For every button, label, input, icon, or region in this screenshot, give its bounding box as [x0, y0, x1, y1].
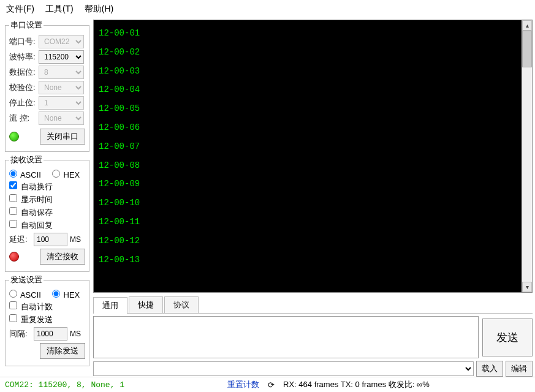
reset-count-link[interactable]: 重置计数: [227, 379, 259, 390]
left-panel: 串口设置 端口号: COM22 波特率: 115200 数据位: 8 校验位: …: [0, 20, 93, 377]
status-port: COM22: 115200, 8, None, 1: [5, 380, 124, 390]
scroll-track[interactable]: [522, 31, 532, 282]
load-button[interactable]: 载入: [476, 361, 503, 377]
edit-button[interactable]: 编辑: [506, 361, 533, 377]
baud-select[interactable]: 115200: [39, 50, 84, 64]
clear-send-button[interactable]: 清除发送: [40, 343, 85, 359]
flow-label: 流 控:: [9, 113, 36, 124]
recv-led-icon: [9, 252, 19, 262]
right-panel: 12-00-01 12-00-02 12-00-03 12-00-04 12-0…: [93, 20, 535, 377]
parity-select[interactable]: None: [39, 81, 84, 94]
recv-reply-checkbox[interactable]: 自动回复: [9, 220, 53, 231]
tab-shortcut[interactable]: 快捷: [129, 296, 163, 313]
tab-general[interactable]: 通用: [93, 297, 127, 314]
stopbits-select[interactable]: 1: [39, 96, 84, 110]
send-tabs: 通用 快捷 协议: [93, 296, 533, 314]
terminal-output[interactable]: 12-00-01 12-00-02 12-00-03 12-00-04 12-0…: [94, 20, 522, 292]
send-repeat-checkbox[interactable]: 重复发送: [9, 314, 53, 325]
status-bar: COM22: 115200, 8, None, 1 重置计数 ⟳ RX: 464…: [0, 377, 535, 392]
recv-delay-label: 延迟:: [9, 234, 31, 245]
scroll-up-icon[interactable]: ▴: [522, 20, 532, 31]
recv-time-checkbox[interactable]: 显示时间: [9, 194, 53, 205]
send-interval-label: 间隔:: [9, 328, 31, 339]
command-history-select[interactable]: [93, 361, 474, 376]
send-interval-input[interactable]: [34, 327, 67, 341]
baud-label: 波特率:: [9, 51, 36, 62]
send-hex-radio[interactable]: HEX: [52, 290, 80, 300]
recv-settings-legend: 接收设置: [9, 154, 44, 165]
clear-recv-button[interactable]: 清空接收: [40, 249, 85, 265]
send-interval-unit: MS: [70, 330, 81, 338]
close-port-button[interactable]: 关闭串口: [40, 129, 85, 145]
send-ascii-radio[interactable]: ASCII: [9, 290, 41, 300]
recv-wrap-checkbox[interactable]: 自动换行: [9, 181, 53, 192]
serial-settings-legend: 串口设置: [9, 20, 44, 31]
refresh-icon[interactable]: ⟳: [268, 380, 275, 390]
send-button[interactable]: 发送: [482, 318, 533, 356]
scroll-thumb[interactable]: [522, 31, 532, 67]
terminal-wrap: 12-00-01 12-00-02 12-00-03 12-00-04 12-0…: [93, 20, 533, 293]
status-stats: RX: 464 frames TX: 0 frames 收发比: ∞%: [283, 379, 430, 390]
serial-led-icon: [9, 132, 19, 141]
port-select[interactable]: COM22: [39, 35, 84, 48]
recv-delay-input[interactable]: [34, 233, 67, 246]
flow-select[interactable]: None: [39, 111, 84, 125]
recv-ascii-radio[interactable]: ASCII: [9, 170, 41, 179]
recv-hex-radio[interactable]: HEX: [52, 170, 80, 179]
menu-bar: 文件(F) 工具(T) 帮助(H): [0, 0, 535, 20]
databits-select[interactable]: 8: [39, 66, 84, 79]
send-textarea-wrap: [93, 316, 479, 358]
recv-settings-group: 接收设置 ASCII HEX 自动换行 显示时间 自动保存 自动回复 延迟: M…: [5, 154, 89, 272]
stopbits-label: 停止位:: [9, 97, 36, 108]
serial-settings-group: 串口设置 端口号: COM22 波特率: 115200 数据位: 8 校验位: …: [5, 20, 89, 152]
terminal-scrollbar[interactable]: ▴ ▾: [522, 20, 532, 292]
tab-protocol[interactable]: 协议: [164, 296, 199, 313]
databits-label: 数据位:: [9, 67, 36, 78]
recv-save-checkbox[interactable]: 自动保存: [9, 207, 53, 218]
menu-tools[interactable]: 工具(T): [45, 4, 74, 15]
port-label: 端口号:: [9, 36, 36, 47]
recv-delay-unit: MS: [70, 235, 81, 244]
scroll-down-icon[interactable]: ▾: [522, 282, 532, 292]
menu-file[interactable]: 文件(F): [6, 4, 34, 15]
send-textarea[interactable]: [94, 317, 478, 356]
parity-label: 校验位:: [9, 82, 36, 93]
menu-help[interactable]: 帮助(H): [85, 4, 113, 15]
send-count-checkbox[interactable]: 自动计数: [9, 301, 53, 312]
send-settings-group: 发送设置 ASCII HEX 自动计数 重复发送 间隔: MS 清除发送: [5, 274, 89, 366]
send-settings-legend: 发送设置: [9, 274, 44, 285]
